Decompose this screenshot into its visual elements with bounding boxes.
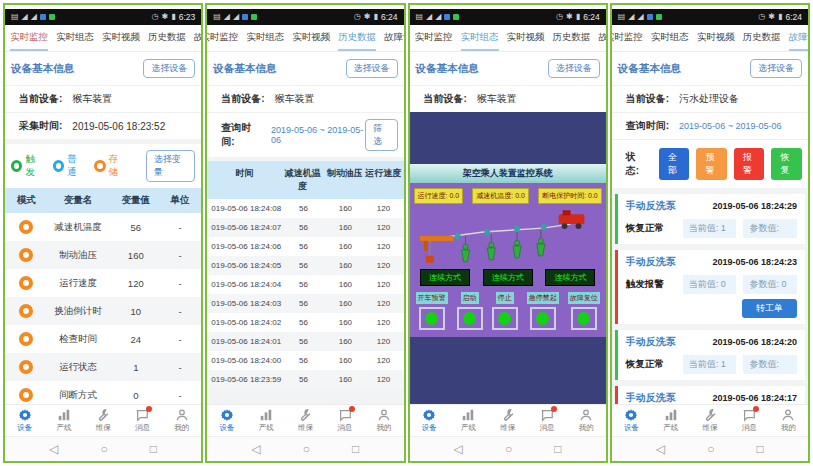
tab-realtime-monitor[interactable]: 实时监控 xyxy=(207,25,238,51)
back-button[interactable]: ◁ xyxy=(49,443,58,455)
stop-button[interactable] xyxy=(492,307,518,330)
select-device-button[interactable]: 选择设备 xyxy=(346,59,398,78)
tab-fault-record[interactable]: 故障记录 xyxy=(384,25,403,51)
mode-selector[interactable]: 连续方式 xyxy=(483,269,533,286)
nav-device[interactable]: 设备 xyxy=(410,408,449,433)
status-filter-label: 状态: xyxy=(626,150,642,178)
bar-chart-icon xyxy=(57,408,71,422)
nav-profile[interactable]: 我的 xyxy=(162,408,201,433)
home-button[interactable]: ○ xyxy=(303,443,310,455)
filter-all-button[interactable]: 全部 xyxy=(659,148,690,180)
tab-history-data[interactable]: 历史数据 xyxy=(148,25,186,51)
home-button[interactable]: ○ xyxy=(707,443,714,455)
person-icon xyxy=(175,408,189,422)
alarm-card[interactable]: 手动反洗泵2019-05-06 18:24:20 恢复正常当前值: 1参数值: xyxy=(615,330,805,380)
tab-realtime-scada[interactable]: 实时组态 xyxy=(651,25,689,51)
query-time-value[interactable]: 2019-05-06 ~ 2019-05-06 xyxy=(271,125,365,145)
select-device-button[interactable]: 选择设备 xyxy=(143,59,195,78)
signal-icon: ◢ xyxy=(31,13,37,21)
nav-production-line[interactable]: 产线 xyxy=(449,408,488,433)
prestart-warning-button[interactable] xyxy=(419,307,445,330)
temperature-gauge: 减速机温度: 0.0 xyxy=(472,188,529,204)
tab-fault-record[interactable]: 故障记录 xyxy=(194,25,201,51)
alarm-card[interactable]: 手动反洗泵2019-05-06 18:24:23 触发报警当前值: 0参数值: … xyxy=(615,250,805,324)
start-button[interactable] xyxy=(457,307,483,330)
mode-selector[interactable]: 连续方式 xyxy=(545,269,595,286)
alarm-card[interactable]: 手动反洗泵2019-05-06 18:24:17 触发报警当前值: 0参数值: … xyxy=(615,386,805,404)
panel-content: 设备基本信息 选择设备 当前设备: 猴车装置 采集时间: 2019-05-06 … xyxy=(5,52,201,404)
nav-profile[interactable]: 我的 xyxy=(567,408,606,433)
status-bar: ▤ ◢ ◢ ◷ ✱ ▮ 6:24 xyxy=(207,9,403,25)
gear-icon xyxy=(220,408,234,422)
estop-button[interactable] xyxy=(530,307,556,330)
tab-realtime-video[interactable]: 实时视频 xyxy=(292,25,330,51)
tab-history-data[interactable]: 历史数据 xyxy=(553,25,591,51)
back-button[interactable]: ◁ xyxy=(252,443,261,455)
tab-history-data[interactable]: 历史数据 xyxy=(743,25,781,51)
nav-messages[interactable]: 消息 xyxy=(325,408,364,433)
tab-realtime-monitor[interactable]: 实时监控 xyxy=(10,25,48,51)
bar-chart-icon xyxy=(664,408,678,422)
filter-recover-button[interactable]: 恢复 xyxy=(771,148,802,180)
back-button[interactable]: ◁ xyxy=(454,443,463,455)
tab-fault-record[interactable]: 故障记录 xyxy=(789,25,808,51)
gear-icon xyxy=(422,408,436,422)
nav-maintenance[interactable]: 维保 xyxy=(690,408,729,433)
filter-button[interactable]: 筛选 xyxy=(365,119,398,151)
storage-mode-icon xyxy=(19,276,33,290)
nav-device[interactable]: 设备 xyxy=(5,408,44,433)
nav-profile[interactable]: 我的 xyxy=(769,408,808,433)
create-workorder-button[interactable]: 转工单 xyxy=(742,299,797,318)
tab-realtime-scada[interactable]: 实时组态 xyxy=(246,25,284,51)
home-button[interactable]: ○ xyxy=(100,443,107,455)
nav-messages[interactable]: 消息 xyxy=(730,408,769,433)
nav-maintenance[interactable]: 维保 xyxy=(286,408,325,433)
tab-realtime-monitor[interactable]: 实时监控 xyxy=(612,25,643,51)
fault-reset-button[interactable] xyxy=(571,307,597,330)
recents-button[interactable]: □ xyxy=(756,443,763,455)
param-value: 参数值: xyxy=(743,219,797,238)
nav-label: 我的 xyxy=(781,423,796,433)
nav-maintenance[interactable]: 维保 xyxy=(84,408,123,433)
select-device-button[interactable]: 选择设备 xyxy=(548,59,600,78)
tab-realtime-video[interactable]: 实时视频 xyxy=(697,25,735,51)
tab-history-data[interactable]: 历史数据 xyxy=(338,25,376,51)
battery-icon: ▮ xyxy=(374,13,378,21)
tab-realtime-video[interactable]: 实时视频 xyxy=(102,25,140,51)
nav-production-line[interactable]: 产线 xyxy=(44,408,83,433)
tab-realtime-video[interactable]: 实时视频 xyxy=(507,25,545,51)
select-device-button[interactable]: 选择设备 xyxy=(750,59,802,78)
estop-label: 急停禁起 xyxy=(527,292,559,304)
nav-production-line[interactable]: 产线 xyxy=(247,408,286,433)
signal-icon: ◢ xyxy=(224,13,230,21)
signal-icon: ◢ xyxy=(628,13,634,21)
nav-messages[interactable]: 消息 xyxy=(123,408,162,433)
select-variable-button[interactable]: 选择变量 xyxy=(146,150,195,182)
alarm-title: 手动反洗泵 xyxy=(626,335,676,349)
nav-messages[interactable]: 消息 xyxy=(527,408,566,433)
nav-production-line[interactable]: 产线 xyxy=(651,408,690,433)
filter-warning-button[interactable]: 预警 xyxy=(696,148,727,180)
alarm-card[interactable]: 手动反洗泵2019-05-06 18:24:29 恢复正常当前值: 1参数值: xyxy=(615,194,805,244)
home-button[interactable]: ○ xyxy=(505,443,512,455)
device-value: 猴车装置 xyxy=(477,92,517,106)
mode-selector[interactable]: 连续方式 xyxy=(420,269,470,286)
nav-device[interactable]: 设备 xyxy=(612,408,651,433)
nav-device[interactable]: 设备 xyxy=(207,408,246,433)
nav-maintenance[interactable]: 维保 xyxy=(488,408,527,433)
recents-button[interactable]: □ xyxy=(150,443,157,455)
filter-alarm-button[interactable]: 报警 xyxy=(734,148,765,180)
tab-realtime-scada[interactable]: 实时组态 xyxy=(56,25,94,51)
app-bottom-nav: 设备 产线 维保 消息 我的 xyxy=(612,404,808,436)
table-row: 间断方式0- xyxy=(5,381,201,404)
nav-profile[interactable]: 我的 xyxy=(364,408,403,433)
recents-button[interactable]: □ xyxy=(554,443,561,455)
tab-realtime-scada[interactable]: 实时组态 xyxy=(461,25,499,51)
tab-realtime-monitor[interactable]: 实时监控 xyxy=(415,25,453,51)
table-row: 019-05-06 18:24:0556160120 xyxy=(207,256,403,275)
back-button[interactable]: ◁ xyxy=(656,443,665,455)
tab-fault-record[interactable]: 故障记录 xyxy=(599,25,606,51)
scada-bottom-spacer xyxy=(410,337,606,393)
query-time-value[interactable]: 2019-05-06 ~ 2019-05-06 xyxy=(679,121,781,131)
recents-button[interactable]: □ xyxy=(352,443,359,455)
